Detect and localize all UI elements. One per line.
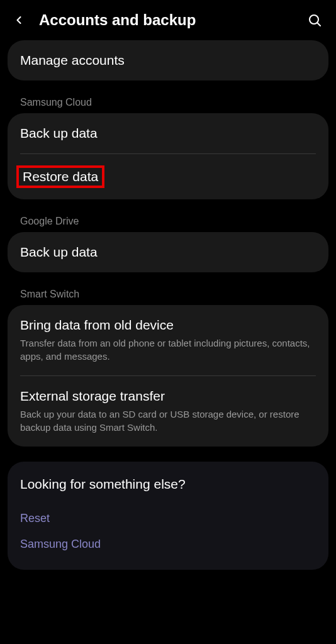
google-drive-header: Google Drive bbox=[8, 208, 328, 232]
smart-switch-header: Smart Switch bbox=[8, 281, 328, 305]
search-button[interactable] bbox=[306, 11, 323, 29]
google-backup-label: Back up data bbox=[20, 245, 316, 260]
external-storage-title: External storage transfer bbox=[20, 389, 316, 404]
samsung-cloud-card: Back up data Restore data bbox=[8, 113, 328, 199]
samsung-backup-label: Back up data bbox=[20, 126, 316, 141]
google-backup-item[interactable]: Back up data bbox=[8, 232, 328, 272]
back-button[interactable] bbox=[10, 11, 28, 29]
search-icon bbox=[307, 13, 322, 28]
page-title: Accounts and backup bbox=[39, 11, 294, 29]
manage-accounts-card: Manage accounts bbox=[8, 40, 328, 80]
footer-card: Looking for something else? Reset Samsun… bbox=[8, 462, 328, 570]
samsung-cloud-link[interactable]: Samsung Cloud bbox=[20, 531, 316, 557]
bring-data-subtitle: Transfer data from an old phone or table… bbox=[20, 336, 316, 363]
bring-data-item[interactable]: Bring data from old device Transfer data… bbox=[8, 305, 328, 375]
manage-accounts-item[interactable]: Manage accounts bbox=[8, 40, 328, 80]
google-drive-card: Back up data bbox=[8, 232, 328, 272]
highlight-box: Restore data bbox=[16, 165, 104, 188]
external-storage-subtitle: Back up your data to an SD card or USB s… bbox=[20, 408, 316, 434]
svg-line-1 bbox=[317, 23, 320, 26]
external-storage-item[interactable]: External storage transfer Back up your d… bbox=[8, 376, 328, 447]
bring-data-title: Bring data from old device bbox=[20, 318, 316, 333]
samsung-restore-label: Restore data bbox=[23, 169, 98, 184]
manage-accounts-label: Manage accounts bbox=[20, 53, 316, 68]
reset-link[interactable]: Reset bbox=[20, 506, 316, 531]
content-area: Manage accounts Samsung Cloud Back up da… bbox=[0, 40, 336, 570]
samsung-cloud-header: Samsung Cloud bbox=[8, 89, 328, 113]
smart-switch-card: Bring data from old device Transfer data… bbox=[8, 305, 328, 447]
chevron-left-icon bbox=[13, 14, 25, 26]
samsung-restore-item[interactable]: Restore data bbox=[8, 154, 328, 199]
header-bar: Accounts and backup bbox=[0, 0, 336, 40]
samsung-backup-item[interactable]: Back up data bbox=[8, 113, 328, 153]
footer-title: Looking for something else? bbox=[20, 477, 316, 492]
